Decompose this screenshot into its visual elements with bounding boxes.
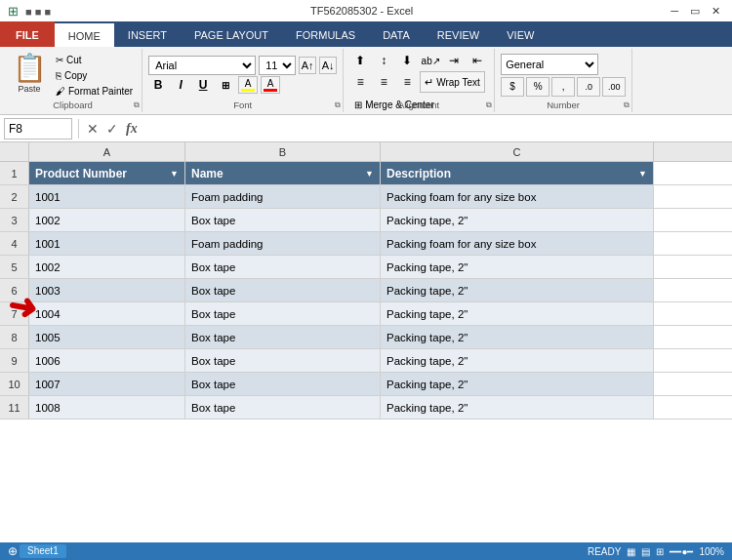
align-right-button[interactable]: ≡ bbox=[396, 72, 418, 92]
percent-format-button[interactable]: % bbox=[526, 77, 549, 97]
tab-view[interactable]: VIEW bbox=[493, 21, 548, 47]
cell-c5[interactable]: Packing tape, 2" bbox=[381, 256, 654, 278]
font-name-select[interactable]: Arial bbox=[148, 56, 256, 75]
add-sheet-button[interactable]: ⊕ bbox=[8, 544, 18, 558]
cut-button[interactable]: ✂ Cut bbox=[53, 53, 136, 67]
cell-c2[interactable]: Packing foam for any size box bbox=[381, 185, 654, 208]
cell-a2[interactable]: 1001 bbox=[29, 185, 185, 208]
row-header-7[interactable]: 7 bbox=[0, 302, 29, 325]
decimal-increase-button[interactable]: .0 bbox=[577, 77, 600, 97]
row-header-6[interactable]: 6 bbox=[0, 279, 29, 301]
formula-input[interactable] bbox=[143, 118, 728, 140]
dropdown-arrow-a1[interactable]: ▼ bbox=[170, 169, 179, 179]
row-header-5[interactable]: 5 bbox=[0, 256, 29, 278]
alignment-expand-icon[interactable]: ⧉ bbox=[486, 100, 492, 110]
copy-button[interactable]: ⎘ Copy bbox=[53, 68, 136, 83]
cell-c8[interactable]: Packing tape, 2" bbox=[381, 326, 654, 348]
cell-a8[interactable]: 1005 bbox=[29, 326, 185, 348]
decimal-decrease-button[interactable]: .00 bbox=[602, 77, 626, 97]
dollar-format-button[interactable]: $ bbox=[501, 77, 524, 97]
col-header-b[interactable]: B bbox=[185, 142, 381, 161]
sheet1-tab[interactable]: Sheet1 bbox=[20, 544, 66, 558]
view-pagebreak-icon[interactable]: ⊞ bbox=[656, 546, 664, 557]
view-layout-icon[interactable]: ▤ bbox=[641, 546, 650, 557]
row-header-8[interactable]: 8 bbox=[0, 326, 29, 348]
col-header-a[interactable]: A bbox=[29, 142, 185, 161]
cell-a11[interactable]: 1008 bbox=[29, 396, 185, 419]
font-color-button[interactable]: A bbox=[261, 76, 280, 94]
cell-b8[interactable]: Box tape bbox=[185, 326, 381, 348]
font-size-decrease-button[interactable]: A↓ bbox=[319, 57, 337, 74]
formula-cancel-icon[interactable]: ✕ bbox=[85, 119, 101, 139]
cell-b9[interactable]: Box tape bbox=[185, 349, 381, 372]
cell-b11[interactable]: Box tape bbox=[185, 396, 381, 419]
tab-page-layout[interactable]: PAGE LAYOUT bbox=[181, 21, 282, 47]
formula-function-icon[interactable]: fx bbox=[124, 119, 140, 139]
col-header-c[interactable]: C bbox=[381, 142, 654, 161]
cell-c7[interactable]: Packing tape, 2" bbox=[381, 302, 654, 325]
cell-a4[interactable]: 1001 bbox=[29, 232, 185, 255]
cell-c10[interactable]: Packing tape, 2" bbox=[381, 373, 654, 395]
cell-a10[interactable]: 1007 bbox=[29, 373, 185, 395]
cell-reference-input[interactable] bbox=[4, 118, 72, 140]
cell-a7[interactable]: 1004 bbox=[29, 302, 185, 325]
zoom-slider[interactable]: ━━●━ bbox=[670, 546, 693, 557]
formula-confirm-icon[interactable]: ✓ bbox=[104, 119, 120, 139]
tab-home[interactable]: HOME bbox=[55, 21, 114, 47]
cell-b2[interactable]: Foam padding bbox=[185, 185, 381, 208]
indent-increase-button[interactable]: ⇥ bbox=[443, 51, 465, 70]
cell-b7[interactable]: Box tape bbox=[185, 302, 381, 325]
row-header-1[interactable]: 1 bbox=[0, 162, 29, 184]
cell-a5[interactable]: 1002 bbox=[29, 256, 185, 278]
number-expand-icon[interactable]: ⧉ bbox=[624, 100, 630, 110]
cell-c1[interactable]: Description ▼ bbox=[381, 162, 654, 184]
italic-button[interactable]: I bbox=[171, 76, 190, 94]
cell-b3[interactable]: Box tape bbox=[185, 209, 381, 231]
cell-c4[interactable]: Packing foam for any size box bbox=[381, 232, 654, 255]
cell-b4[interactable]: Foam padding bbox=[185, 232, 381, 255]
row-header-4[interactable]: 4 bbox=[0, 232, 29, 255]
cell-a6[interactable]: 1003 bbox=[29, 279, 185, 301]
restore-button[interactable]: ▭ bbox=[686, 5, 704, 18]
view-normal-icon[interactable]: ▦ bbox=[627, 546, 635, 557]
dropdown-arrow-c1[interactable]: ▼ bbox=[638, 169, 647, 179]
row-header-11[interactable]: 11 bbox=[0, 396, 29, 419]
cell-c6[interactable]: Packing tape, 2" bbox=[381, 279, 654, 301]
clipboard-expand-icon[interactable]: ⧉ bbox=[134, 100, 140, 110]
align-bottom-button[interactable]: ⬇ bbox=[396, 51, 418, 70]
cell-b10[interactable]: Box tape bbox=[185, 373, 381, 395]
row-header-3[interactable]: 3 bbox=[0, 209, 29, 231]
tab-file[interactable]: FILE bbox=[0, 21, 55, 47]
border-button[interactable]: ⊞ bbox=[216, 76, 235, 94]
row-header-10[interactable]: 10 bbox=[0, 373, 29, 395]
cell-b1[interactable]: Name ▼ bbox=[185, 162, 381, 184]
underline-button[interactable]: U bbox=[193, 76, 213, 94]
font-size-increase-button[interactable]: A↑ bbox=[299, 57, 316, 74]
highlight-color-button[interactable]: A bbox=[238, 76, 258, 94]
cell-a9[interactable]: 1006 bbox=[29, 349, 185, 372]
format-painter-button[interactable]: 🖌 Format Painter bbox=[53, 84, 136, 99]
cell-c11[interactable]: Packing tape, 2" bbox=[381, 396, 654, 419]
cell-a3[interactable]: 1002 bbox=[29, 209, 185, 231]
cell-c9[interactable]: Packing tape, 2" bbox=[381, 349, 654, 372]
tab-review[interactable]: REVIEW bbox=[424, 21, 493, 47]
window-controls[interactable]: ─ ▭ ✕ bbox=[667, 5, 724, 18]
number-format-select[interactable]: General bbox=[501, 54, 598, 75]
cell-b6[interactable]: Box tape bbox=[185, 279, 381, 301]
bold-button[interactable]: B bbox=[148, 76, 168, 94]
row-header-9[interactable]: 9 bbox=[0, 349, 29, 372]
orientation-button[interactable]: ab↗ bbox=[420, 51, 441, 70]
cell-a1[interactable]: Product Number ▼ bbox=[29, 162, 185, 184]
align-center-button[interactable]: ≡ bbox=[373, 72, 394, 92]
close-button[interactable]: ✕ bbox=[708, 5, 724, 18]
font-expand-icon[interactable]: ⧉ bbox=[335, 100, 341, 110]
tab-insert[interactable]: INSERT bbox=[114, 21, 181, 47]
tab-data[interactable]: DATA bbox=[369, 21, 424, 47]
align-top-button[interactable]: ⬆ bbox=[349, 51, 371, 70]
tab-formulas[interactable]: FORMULAS bbox=[282, 21, 369, 47]
dropdown-arrow-b1[interactable]: ▼ bbox=[365, 169, 374, 179]
row-header-2[interactable]: 2 bbox=[0, 185, 29, 208]
font-size-select[interactable]: 11 bbox=[259, 56, 296, 75]
wrap-text-button[interactable]: ↵ Wrap Text bbox=[420, 71, 485, 93]
minimize-button[interactable]: ─ bbox=[667, 5, 682, 17]
